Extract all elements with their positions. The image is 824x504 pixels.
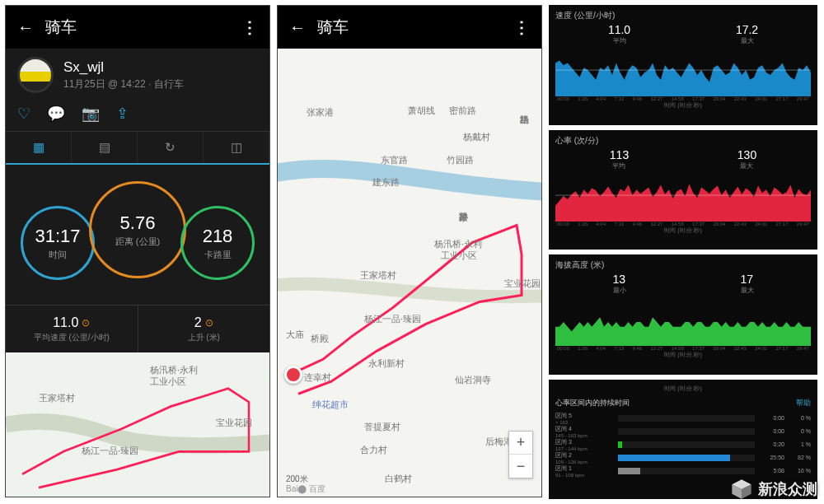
gauge-time: 31:17 时间 [21,206,95,280]
activity-sub: 11月25日 @ 14:22 · 自行车 [63,77,184,91]
x-axis-label: 时间 (时:分:秒) [555,385,811,393]
map-label: 绅花超市 [312,399,349,411]
zone-row: 区间 2109 - 126 bpm25:5082 % [555,451,811,464]
pulse-icon: ⊙ [205,317,213,329]
zone-row: 区间 4145 - 163 bpm0:000 % [555,425,811,438]
help-link[interactable]: 帮助 [796,398,811,408]
map-label: 张家港 [307,106,334,119]
comment-icon[interactable]: 💬 [47,105,65,123]
map-label: 密前路 [449,105,476,117]
zone-row: 区间 191 - 108 bpm5:0816 % [555,464,811,478]
map-label: 杨戴村 [463,131,490,143]
map-label: 工业小区 [441,250,477,262]
map-label: 工业小区 [150,376,186,388]
zoom-out-button[interactable]: − [509,455,532,478]
back-icon[interactable]: ← [289,18,306,37]
map-label: 竹园路 [447,154,474,166]
activity-map-panel: ← 骑车 ⋮ 张家港 萧胡线 密前路 杨组路 杨戴村 东官路 竹园路 建东路 孙… [277,5,542,497]
activity-summary-panel: ← 骑车 ⋮ Sx_wjl 11月25日 @ 14:22 · 自行车 ♡ 💬 📷… [5,5,270,497]
map-label: 连幸村 [304,371,331,384]
user-name: Sx_wjl [63,59,184,76]
chart-heartrate: 心率 (次/分) 113平均 130最大 00:001:264:047:139:… [549,130,817,250]
map-label: 合力村 [360,444,387,456]
social-row: ♡ 💬 📷 ⇪ [6,101,269,132]
stat-avg-speed[interactable]: 11.0⊙ 平均速度 (公里/小时) [6,306,138,352]
header: ← 骑车 ⋮ [278,6,541,49]
map-provider: Bai⬤ 百度 [286,483,325,495]
zone-row: 区间 5> 1630:000 % [555,412,811,425]
map-label: 白鹤村 [385,473,412,485]
chart-speed: 速度 (公里/小时) 11.0平均 17.2最大 00:001:264:047:… [549,5,817,125]
gauge-cluster: 31:17 时间 5.76 距离 (公里) 218 卡路里 [6,165,269,305]
zoom-in-button[interactable]: + [509,432,532,455]
header: ← 骑车 ⋮ [6,6,269,49]
map-label: 宝业花园 [504,278,541,290]
x-axis-label: 时间 (时:分:秒) [555,351,811,359]
map-label: 杨汛桥·永利 [150,364,198,376]
hr-area-chart [555,174,811,222]
chart-title: 海拔高度 (米) [555,259,811,271]
tab-stats[interactable]: ▦ [6,132,72,163]
zoom-control: + − [508,431,533,478]
map-label: 菩提夏村 [364,421,400,433]
map-mini[interactable]: 杨汛桥·永利 工业小区 王家塔村 宝业花园 杨江一品·臻园 [6,352,269,497]
map-label: 永利新村 [368,357,405,370]
map-label: 东官路 [381,154,408,166]
map-label: 萧胡线 [408,105,435,117]
tab-chart[interactable]: ◫ [204,132,269,163]
stat-row: 11.0⊙ 平均速度 (公里/小时) 2⊙ 上升 (米) [6,305,269,352]
watermark: 新浪众测 [730,478,817,501]
map-label: 桥殿 [311,333,329,345]
map-full[interactable]: 张家港 萧胡线 密前路 杨组路 杨戴村 东官路 竹园路 建东路 孙家桥路 杨汛桥… [278,49,541,497]
camera-icon[interactable]: 📷 [82,105,100,123]
map-label: 建东路 [372,176,400,189]
page-title: 骑车 [45,16,230,38]
tab-notes[interactable]: ▤ [72,132,138,163]
map-label: 杨江一品·臻园 [364,313,421,325]
chart-title: 心率 (次/分) [555,135,811,147]
gauge-distance: 5.76 距离 (公里) [89,181,186,278]
heart-icon[interactable]: ♡ [17,105,30,123]
pulse-icon: ⊙ [82,317,90,329]
gauge-calories: 218 卡路里 [180,206,255,280]
stat-ascent[interactable]: 2⊙ 上升 (米) [138,306,270,352]
map-label: 仙岩洞寺 [455,374,491,386]
map-label: 杨江一品·臻园 [82,445,138,457]
user-row: Sx_wjl 11月25日 @ 14:22 · 自行车 [6,49,269,101]
x-axis-label: 时间 (时:分:秒) [555,226,811,235]
cube-icon [730,478,753,501]
charts-column: 速度 (公里/小时) 11.0平均 17.2最大 00:001:264:047:… [549,5,817,499]
avatar[interactable] [17,57,54,93]
tabbar: ▦ ▤ ↻ ◫ [6,132,269,165]
map-label: 杨汛桥·永利 [434,238,482,250]
zone-row: 区间 3127 - 144 bpm0:201 % [555,438,811,451]
map-label: 王家塔村 [39,392,75,404]
zones-title: 心率区间内的持续时间 [555,398,630,408]
map-marker-icon [284,366,302,384]
more-icon[interactable]: ⋮ [513,17,530,37]
more-icon[interactable]: ⋮ [241,17,258,37]
back-icon[interactable]: ← [17,18,34,37]
map-label: 王家塔村 [360,269,396,282]
speed-area-chart [555,49,811,96]
chart-title: 速度 (公里/小时) [555,10,811,21]
share-icon[interactable]: ⇪ [116,105,129,123]
tab-laps[interactable]: ↻ [138,132,204,163]
chart-elevation: 海拔高度 (米) 13最小 17最大 00:001:264:047:139:46… [549,254,817,375]
map-label: 大庙 [286,329,304,341]
map-label: 宝业花园 [216,417,252,429]
page-title: 骑车 [317,16,502,38]
x-axis-label: 时间 (时:分:秒) [555,101,811,110]
elev-area-chart [555,298,811,346]
